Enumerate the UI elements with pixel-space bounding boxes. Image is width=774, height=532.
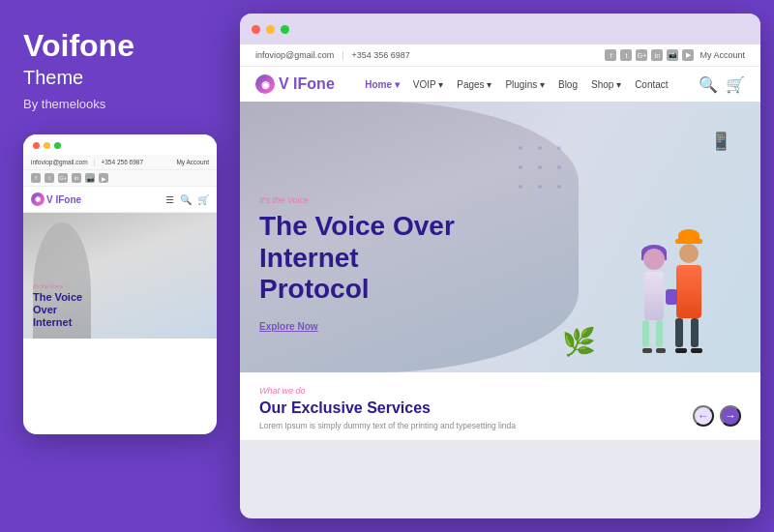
hero-cta-button[interactable]: Explore Now [259,321,318,332]
browser-titlebar [240,14,760,44]
twitter-icon: t [45,173,54,183]
site-logo-icon: ◉ [255,74,275,94]
person1-body-area [644,270,664,320]
grid-decoration [513,140,567,194]
person1-shoe-right [656,348,666,353]
theme-subtitle: Theme [23,67,217,89]
person1-leg-right [656,320,663,347]
site-logo: ◉ V IFone [255,74,335,94]
site-topbar-right: f t G+ in 📷 ▶ My Account [605,49,745,61]
nav-shop[interactable]: Shop ▾ [591,79,621,90]
mobile-topbar: infoviop@gmail.com | +354 256 6987 My Ac… [23,155,217,170]
services-title: Our Exclusive Services [259,399,741,417]
nav-voip[interactable]: VOIP ▾ [413,79,444,90]
mobile-hero-title: The Voice Over Internet [33,291,82,330]
hero-person1 [642,249,666,353]
site-email: infoviop@gmail.com [255,50,334,60]
services-prev-button[interactable]: ← [693,405,714,427]
services-next-button[interactable]: → [720,405,741,427]
mobile-account: My Account [176,159,209,165]
mobile-nav: ◉ V IFone ☰ 🔍 🛒 [23,187,217,213]
nav-home[interactable]: Home ▾ [365,79,400,90]
site-my-account: My Account [700,50,745,60]
services-arrows: ← → [693,405,741,427]
site-cart-icon[interactable]: 🛒 [726,75,745,94]
hero-plant-decoration: 🌿 [562,326,596,358]
hero-content: It's the Voice The Voice Over Internet P… [259,195,455,334]
nav-pages[interactable]: Pages ▾ [457,79,491,90]
site-phone: +354 356 6987 [352,50,410,60]
person1-body [644,272,664,320]
mobile-nav-icons: ☰ 🔍 🛒 [165,194,209,205]
dot-green [54,142,61,149]
nav-contact[interactable]: Contact [635,79,668,90]
site-social-icons: f t G+ in 📷 ▶ [605,49,694,61]
browser-window: infoviop@gmail.com | +354 356 6987 f t G… [240,14,760,518]
hero-title: The Voice Over Internet Protocol [259,211,455,305]
hero-small-label: It's the Voice [259,195,455,205]
mobile-social-bar: f t G+ in 📷 ▶ [23,170,217,187]
site-linkedin-icon: in [651,49,663,61]
dot-yellow [44,142,50,149]
person2-shoe-right [691,348,702,353]
person2-legs [675,318,702,353]
person1-shoe-left [642,348,652,353]
mobile-hero-image: It's the Voice The Voice Over Internet [23,213,217,339]
person2-body [676,265,701,318]
site-nav-items: Home ▾ VOIP ▾ Pages ▾ Plugins ▾ Blog Sho… [365,79,668,90]
mobile-logo: ◉ V IFone [31,192,81,206]
hero-illustration [642,229,702,353]
nav-blog[interactable]: Blog [558,79,578,90]
mobile-logo-text: V IFone [46,194,81,205]
mobile-logo-icon: ◉ [31,192,45,206]
site-nav-action-icons: 🔍 🛒 [699,75,745,94]
site-googleplus-icon: G+ [636,49,647,61]
mobile-hero-text: It's the Voice The Voice Over Internet [33,283,82,330]
site-search-icon[interactable]: 🔍 [699,75,718,94]
person2-leg-right [691,318,699,347]
youtube-icon: ▶ [99,173,108,183]
googleplus-icon: G+ [58,173,68,183]
services-desc: Lorem Ipsum is simply dummy text of the … [259,421,741,430]
left-panel: Voifone Theme By themelooks infoviop@gma… [0,0,240,532]
site-twitter-icon: t [620,49,632,61]
dot-red [33,142,40,149]
linkedin-icon: in [72,173,81,183]
site-hero: 📱 It's the Voice The Voice Over Internet… [240,102,760,372]
person2-head [679,244,699,263]
theme-by: By themelooks [23,97,217,111]
site-topbar-left: infoviop@gmail.com | +354 356 6987 [255,50,410,60]
services-what-we-do: What we do [259,386,741,396]
facebook-icon: f [31,173,41,183]
site-sep: | [342,50,343,60]
mobile-cart-icon: 🛒 [197,194,209,205]
hero-phone-icon: 📱 [710,131,731,152]
browser-dot-red [252,25,260,34]
person1-head [643,249,665,270]
mobile-mockup: infoviop@gmail.com | +354 256 6987 My Ac… [23,134,217,434]
nav-plugins[interactable]: Plugins ▾ [505,79,545,90]
person2-shoe-left [675,348,687,353]
mobile-phone: +354 256 6987 [101,159,143,165]
mobile-menu-icon: ☰ [165,194,174,205]
person1-leg-left [642,320,649,347]
site-navbar: ◉ V IFone Home ▾ VOIP ▾ Pages ▾ Plugins … [240,67,760,102]
person1-head-area [643,249,665,270]
person2-leg-left [675,318,683,347]
mobile-email: infoviop@gmail.com [31,159,88,165]
site-logo-text: V IFone [279,75,335,93]
browser-dot-green [281,25,289,34]
instagram-icon: 📷 [85,173,95,183]
browser-dot-yellow [266,25,275,34]
hero-person2 [675,229,702,353]
site-instagram-icon: 📷 [667,49,678,61]
mobile-topbar-left: infoviop@gmail.com | +354 256 6987 [31,159,143,165]
mobile-search-icon: 🔍 [180,194,192,205]
mobile-hero-small-label: It's the Voice [33,283,82,289]
person1-legs [642,320,666,353]
person2-hat [678,229,700,241]
services-section: What we do Our Exclusive Services Lorem … [240,372,760,440]
mobile-sep: | [94,159,96,165]
site-youtube-icon: ▶ [682,49,694,61]
theme-title: Voifone [23,29,217,63]
